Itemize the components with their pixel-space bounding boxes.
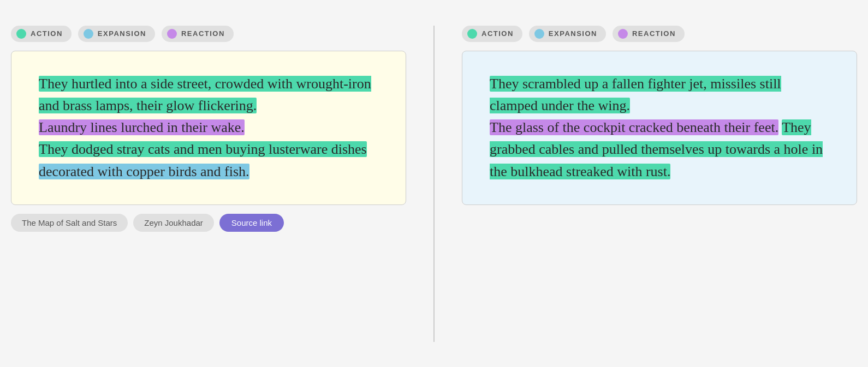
reaction-label-right: REACTION <box>632 29 676 38</box>
right-text-segment-1: They scrambled up a fallen fighter jet, … <box>490 76 781 113</box>
left-footer: The Map of Salt and Stars Zeyn Joukhadar… <box>11 214 406 232</box>
author-tag[interactable]: Zeyn Joukhadar <box>133 214 214 232</box>
reaction-dot-left <box>167 29 177 39</box>
left-panel: ACTION EXPANSION REACTION They hurtled i… <box>11 26 406 232</box>
left-text-segment-3: They dodged stray cats and men buying lu… <box>39 141 367 157</box>
right-text-segment-2: The glass of the cockpit cracked beneath… <box>490 119 778 135</box>
right-legend: ACTION EXPANSION REACTION <box>462 26 857 42</box>
expansion-dot-right <box>534 29 544 39</box>
expansion-dot-left <box>84 29 93 39</box>
left-text-segment-2: Laundry lines lurched in their wake. <box>39 119 245 135</box>
right-panel: ACTION EXPANSION REACTION They scrambled… <box>462 26 857 205</box>
action-dot-left <box>16 29 26 39</box>
expansion-label-right: EXPANSION <box>549 29 597 38</box>
reaction-dot-right <box>618 29 628 39</box>
legend-reaction-right[interactable]: REACTION <box>613 26 685 42</box>
left-text-box: They hurtled into a side street, crowded… <box>11 51 406 205</box>
expansion-label-left: EXPANSION <box>98 29 146 38</box>
source-link-tag[interactable]: Source link <box>219 214 284 232</box>
main-container: ACTION EXPANSION REACTION They hurtled i… <box>11 26 857 342</box>
action-label-left: ACTION <box>31 29 63 38</box>
left-text-segment-4: decorated with copper birds and fish. <box>39 164 249 179</box>
left-text-segment-1: They hurtled into a side street, crowded… <box>39 76 371 113</box>
reaction-label-left: REACTION <box>181 29 225 38</box>
left-legend: ACTION EXPANSION REACTION <box>11 26 406 42</box>
action-dot-right <box>467 29 477 39</box>
legend-expansion-right[interactable]: EXPANSION <box>529 26 606 42</box>
right-text-box: They scrambled up a fallen fighter jet, … <box>462 51 857 205</box>
book-title-tag[interactable]: The Map of Salt and Stars <box>11 214 128 232</box>
legend-action-right[interactable]: ACTION <box>462 26 522 42</box>
legend-action-left[interactable]: ACTION <box>11 26 72 42</box>
vertical-divider <box>433 26 435 342</box>
action-label-right: ACTION <box>481 29 514 38</box>
legend-expansion-left[interactable]: EXPANSION <box>78 26 155 42</box>
legend-reaction-left[interactable]: REACTION <box>162 26 234 42</box>
